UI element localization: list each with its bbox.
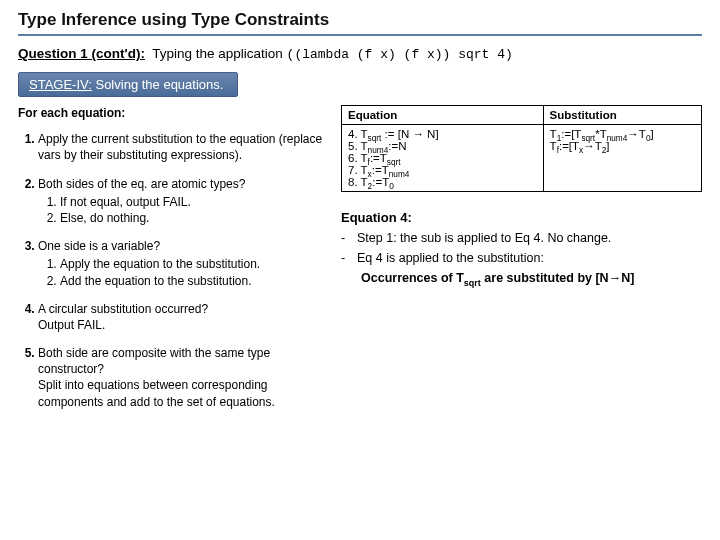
explain-b2-text: Eq 4 is applied to the substitution: bbox=[357, 251, 544, 265]
eq-6: 6. Tf:=Tsqrt bbox=[348, 152, 537, 164]
dash-icon: - bbox=[341, 251, 349, 265]
eq-5: 5. Tnum4:=N bbox=[348, 140, 537, 152]
stage-prefix: STAGE-IV: bbox=[29, 77, 92, 92]
stage-text: Solving the equations. bbox=[95, 77, 223, 92]
explain-bullet-1: - Step 1: the sub is applied to Eq 4. No… bbox=[341, 231, 702, 245]
step-3b: Add the equation to the substitution. bbox=[60, 273, 323, 289]
table-header-row: Equation Substitution bbox=[342, 106, 702, 125]
equation-table: Equation Substitution 4. Tsqrt := [N → N… bbox=[341, 105, 702, 192]
step-3a: Apply the equation to the substitution. bbox=[60, 256, 323, 272]
step-2: Both sides of the eq. are atomic types? … bbox=[38, 176, 323, 227]
step-2-sub: If not equal, output FAIL. Else, do noth… bbox=[38, 194, 323, 226]
explain-b1-text: Step 1: the sub is applied to Eq 4. No c… bbox=[357, 231, 611, 245]
explanation: Equation 4: - Step 1: the sub is applied… bbox=[341, 210, 702, 285]
eq-7: 7. Tx:=Tnum4 bbox=[348, 164, 537, 176]
for-each-heading: For each equation: bbox=[18, 105, 323, 121]
step-1: Apply the current substitution to the eq… bbox=[38, 131, 323, 163]
step-3-text: One side is a variable? bbox=[38, 239, 160, 253]
col-substitution: Substitution bbox=[543, 106, 701, 125]
question-code: ((lambda (f x) (f x)) sqrt 4) bbox=[287, 47, 513, 62]
step-4-out: Output FAIL. bbox=[38, 318, 105, 332]
question-line: Question 1 (cont'd): Typing the applicat… bbox=[18, 46, 702, 62]
step-2a: If not equal, output FAIL. bbox=[60, 194, 323, 210]
right-column: Equation Substitution 4. Tsqrt := [N → N… bbox=[341, 105, 702, 422]
step-5: Both side are composite with the same ty… bbox=[38, 345, 323, 410]
slide: Type Inference using Type Constraints Qu… bbox=[0, 0, 720, 540]
step-5-text: Both side are composite with the same ty… bbox=[38, 346, 270, 376]
equations-cell: 4. Tsqrt := [N → N] 5. Tnum4:=N 6. Tf:=T… bbox=[342, 125, 544, 192]
explain-bullet-2: - Eq 4 is applied to the substitution: bbox=[341, 251, 702, 265]
eq-4: 4. Tsqrt := [N → N] bbox=[348, 128, 537, 140]
step-4: A circular substitution occurred? Output… bbox=[38, 301, 323, 333]
page-title: Type Inference using Type Constraints bbox=[18, 10, 702, 32]
step-5-out: Split into equations between correspondi… bbox=[38, 378, 275, 408]
step-4-text: A circular substitution occurred? bbox=[38, 302, 208, 316]
explain-heading: Equation 4: bbox=[341, 210, 702, 225]
step-3: One side is a variable? Apply the equati… bbox=[38, 238, 323, 289]
steps-list: Apply the current substitution to the eq… bbox=[18, 131, 323, 410]
step-1-text: Apply the current substitution to the eq… bbox=[38, 132, 322, 162]
occurrences-line: Occurrences of Tsqrt are substituted by … bbox=[341, 271, 702, 285]
substitution-cell: T1:=[Tsqrt*Tnum4→T0] Tf:=[Tx→T2] bbox=[543, 125, 701, 192]
col-equation: Equation bbox=[342, 106, 544, 125]
table-row: 4. Tsqrt := [N → N] 5. Tnum4:=N 6. Tf:=T… bbox=[342, 125, 702, 192]
step-3-sub: Apply the equation to the substitution. … bbox=[38, 256, 323, 288]
content-columns: For each equation: Apply the current sub… bbox=[18, 105, 702, 422]
stage-badge: STAGE-IV: Solving the equations. bbox=[18, 72, 238, 97]
left-column: For each equation: Apply the current sub… bbox=[18, 105, 323, 422]
title-rule bbox=[18, 34, 702, 36]
eq-8: 8. T2:=T0 bbox=[348, 176, 537, 188]
question-label: Question 1 (cont'd): bbox=[18, 46, 145, 61]
step-2-text: Both sides of the eq. are atomic types? bbox=[38, 177, 245, 191]
question-intro: Typing the application bbox=[152, 46, 283, 61]
step-2b: Else, do nothing. bbox=[60, 210, 323, 226]
dash-icon: - bbox=[341, 231, 349, 245]
sub-1: T1:=[Tsqrt*Tnum4→T0] bbox=[550, 128, 695, 140]
